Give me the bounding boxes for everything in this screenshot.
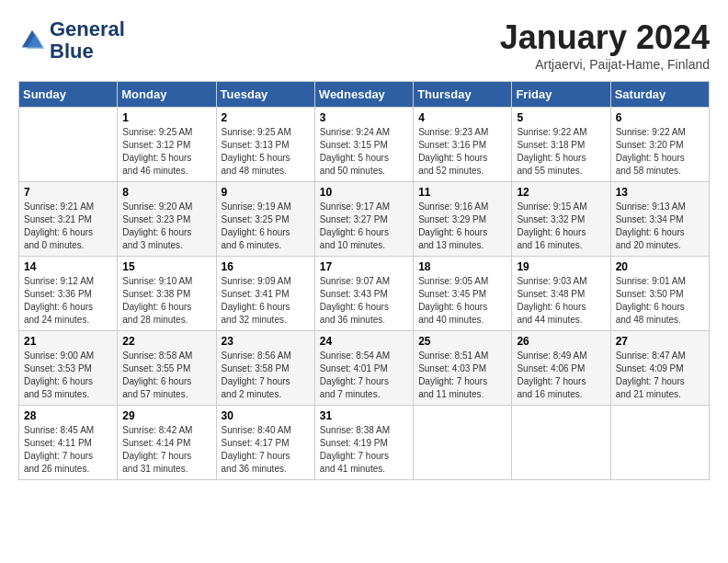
day-info: Sunrise: 8:42 AM Sunset: 4:14 PM Dayligh… [122, 424, 210, 476]
day-of-week-header: Monday [118, 82, 216, 108]
page-header: General Blue January 2024 Artjaervi, Pai… [18, 18, 710, 72]
calendar-day-cell: 20Sunrise: 9:01 AM Sunset: 3:50 PM Dayli… [610, 257, 709, 331]
day-number: 23 [222, 335, 310, 348]
day-info: Sunrise: 8:40 AM Sunset: 4:17 PM Dayligh… [222, 424, 310, 476]
day-of-week-header: Thursday [414, 82, 512, 108]
day-number: 25 [418, 335, 506, 348]
calendar-header-row: SundayMondayTuesdayWednesdayThursdayFrid… [19, 82, 710, 108]
day-number: 20 [616, 260, 704, 273]
day-number: 19 [517, 260, 605, 273]
day-info: Sunrise: 8:54 AM Sunset: 4:01 PM Dayligh… [320, 350, 408, 401]
calendar-week-row: 21Sunrise: 9:00 AM Sunset: 3:53 PM Dayli… [19, 331, 710, 406]
day-info: Sunrise: 9:22 AM Sunset: 3:18 PM Dayligh… [517, 126, 605, 178]
calendar-day-cell: 13Sunrise: 9:13 AM Sunset: 3:34 PM Dayli… [610, 182, 709, 257]
day-of-week-header: Wednesday [314, 82, 413, 108]
day-info: Sunrise: 9:01 AM Sunset: 3:50 PM Dayligh… [616, 275, 704, 327]
day-number: 5 [517, 111, 605, 124]
calendar-day-cell: 8Sunrise: 9:20 AM Sunset: 3:23 PM Daylig… [118, 182, 216, 257]
title-block: January 2024 Artjaervi, Paijat-Hame, Fin… [500, 18, 710, 72]
day-info: Sunrise: 8:45 AM Sunset: 4:11 PM Dayligh… [24, 424, 112, 476]
calendar-day-cell: 2Sunrise: 9:25 AM Sunset: 3:13 PM Daylig… [216, 108, 314, 182]
calendar-day-cell: 5Sunrise: 9:22 AM Sunset: 3:18 PM Daylig… [512, 108, 610, 182]
day-of-week-header: Saturday [610, 82, 709, 108]
day-info: Sunrise: 9:23 AM Sunset: 3:16 PM Dayligh… [418, 126, 506, 178]
calendar-day-cell [414, 406, 512, 480]
day-info: Sunrise: 9:25 AM Sunset: 3:13 PM Dayligh… [222, 126, 310, 178]
day-info: Sunrise: 9:05 AM Sunset: 3:45 PM Dayligh… [418, 275, 506, 327]
calendar-day-cell: 16Sunrise: 9:09 AM Sunset: 3:41 PM Dayli… [216, 257, 314, 331]
day-info: Sunrise: 9:17 AM Sunset: 3:27 PM Dayligh… [320, 201, 408, 252]
calendar-day-cell: 24Sunrise: 8:54 AM Sunset: 4:01 PM Dayli… [314, 331, 413, 406]
calendar-day-cell: 21Sunrise: 9:00 AM Sunset: 3:53 PM Dayli… [19, 331, 118, 406]
calendar-day-cell [610, 406, 709, 480]
logo-icon [18, 27, 46, 54]
calendar-day-cell: 9Sunrise: 9:19 AM Sunset: 3:25 PM Daylig… [216, 182, 314, 257]
day-info: Sunrise: 9:12 AM Sunset: 3:36 PM Dayligh… [24, 275, 112, 327]
calendar-day-cell: 25Sunrise: 8:51 AM Sunset: 4:03 PM Dayli… [414, 331, 512, 406]
calendar-table: SundayMondayTuesdayWednesdayThursdayFrid… [18, 81, 710, 480]
day-number: 29 [122, 409, 210, 422]
day-number: 1 [122, 111, 210, 124]
day-number: 21 [24, 335, 112, 348]
day-info: Sunrise: 8:58 AM Sunset: 3:55 PM Dayligh… [122, 350, 210, 401]
day-number: 28 [24, 409, 112, 422]
day-of-week-header: Sunday [19, 82, 118, 108]
calendar-week-row: 7Sunrise: 9:21 AM Sunset: 3:21 PM Daylig… [19, 182, 710, 257]
calendar-day-cell: 18Sunrise: 9:05 AM Sunset: 3:45 PM Dayli… [414, 257, 512, 331]
calendar-day-cell: 31Sunrise: 8:38 AM Sunset: 4:19 PM Dayli… [314, 406, 413, 480]
calendar-day-cell: 14Sunrise: 9:12 AM Sunset: 3:36 PM Dayli… [19, 257, 118, 331]
calendar-day-cell: 23Sunrise: 8:56 AM Sunset: 3:58 PM Dayli… [216, 331, 314, 406]
calendar-day-cell: 26Sunrise: 8:49 AM Sunset: 4:06 PM Dayli… [512, 331, 610, 406]
calendar-day-cell: 4Sunrise: 9:23 AM Sunset: 3:16 PM Daylig… [414, 108, 512, 182]
day-info: Sunrise: 9:10 AM Sunset: 3:38 PM Dayligh… [122, 275, 210, 327]
day-info: Sunrise: 9:00 AM Sunset: 3:53 PM Dayligh… [24, 350, 112, 401]
day-info: Sunrise: 8:56 AM Sunset: 3:58 PM Dayligh… [222, 350, 310, 401]
day-number: 9 [222, 186, 310, 199]
day-info: Sunrise: 9:20 AM Sunset: 3:23 PM Dayligh… [122, 201, 210, 252]
day-number: 26 [517, 335, 605, 348]
day-info: Sunrise: 9:21 AM Sunset: 3:21 PM Dayligh… [24, 201, 112, 252]
calendar-day-cell: 22Sunrise: 8:58 AM Sunset: 3:55 PM Dayli… [118, 331, 216, 406]
day-number: 15 [122, 260, 210, 273]
calendar-day-cell: 3Sunrise: 9:24 AM Sunset: 3:15 PM Daylig… [314, 108, 413, 182]
day-number: 27 [616, 335, 704, 348]
calendar-day-cell: 29Sunrise: 8:42 AM Sunset: 4:14 PM Dayli… [118, 406, 216, 480]
calendar-week-row: 28Sunrise: 8:45 AM Sunset: 4:11 PM Dayli… [19, 406, 710, 480]
day-number: 8 [122, 186, 210, 199]
day-info: Sunrise: 9:15 AM Sunset: 3:32 PM Dayligh… [517, 201, 605, 252]
day-info: Sunrise: 8:49 AM Sunset: 4:06 PM Dayligh… [517, 350, 605, 401]
day-number: 18 [418, 260, 506, 273]
day-info: Sunrise: 8:51 AM Sunset: 4:03 PM Dayligh… [418, 350, 506, 401]
calendar-day-cell: 17Sunrise: 9:07 AM Sunset: 3:43 PM Dayli… [314, 257, 413, 331]
day-number: 30 [222, 409, 310, 422]
calendar-day-cell: 30Sunrise: 8:40 AM Sunset: 4:17 PM Dayli… [216, 406, 314, 480]
day-number: 11 [418, 186, 506, 199]
day-number: 12 [517, 186, 605, 199]
day-number: 14 [24, 260, 112, 273]
logo-text: General Blue [50, 18, 125, 63]
day-info: Sunrise: 8:47 AM Sunset: 4:09 PM Dayligh… [616, 350, 704, 401]
calendar-day-cell [19, 108, 118, 182]
day-number: 17 [320, 260, 408, 273]
day-number: 22 [122, 335, 210, 348]
day-info: Sunrise: 8:38 AM Sunset: 4:19 PM Dayligh… [320, 424, 408, 476]
day-number: 13 [616, 186, 704, 199]
location-subtitle: Artjaervi, Paijat-Hame, Finland [500, 57, 710, 72]
day-info: Sunrise: 9:09 AM Sunset: 3:41 PM Dayligh… [222, 275, 310, 327]
day-info: Sunrise: 9:22 AM Sunset: 3:20 PM Dayligh… [616, 126, 704, 178]
day-number: 16 [222, 260, 310, 273]
day-info: Sunrise: 9:24 AM Sunset: 3:15 PM Dayligh… [320, 126, 408, 178]
month-title: January 2024 [500, 18, 710, 57]
day-of-week-header: Friday [512, 82, 610, 108]
calendar-day-cell: 19Sunrise: 9:03 AM Sunset: 3:48 PM Dayli… [512, 257, 610, 331]
day-info: Sunrise: 9:25 AM Sunset: 3:12 PM Dayligh… [122, 126, 210, 178]
day-number: 31 [320, 409, 408, 422]
calendar-week-row: 1Sunrise: 9:25 AM Sunset: 3:12 PM Daylig… [19, 108, 710, 182]
calendar-day-cell: 6Sunrise: 9:22 AM Sunset: 3:20 PM Daylig… [610, 108, 709, 182]
calendar-week-row: 14Sunrise: 9:12 AM Sunset: 3:36 PM Dayli… [19, 257, 710, 331]
day-of-week-header: Tuesday [216, 82, 314, 108]
day-number: 7 [24, 186, 112, 199]
calendar-day-cell: 10Sunrise: 9:17 AM Sunset: 3:27 PM Dayli… [314, 182, 413, 257]
calendar-day-cell: 1Sunrise: 9:25 AM Sunset: 3:12 PM Daylig… [118, 108, 216, 182]
calendar-day-cell: 12Sunrise: 9:15 AM Sunset: 3:32 PM Dayli… [512, 182, 610, 257]
